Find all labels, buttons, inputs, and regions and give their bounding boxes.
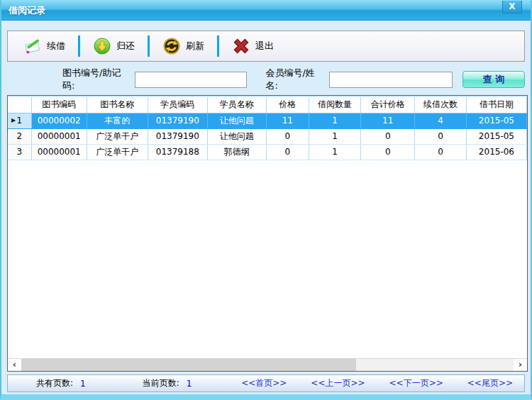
table-cell[interactable]: 11 xyxy=(266,113,309,128)
corner-cell xyxy=(8,96,31,113)
column-header[interactable]: 续借次数 xyxy=(415,96,467,113)
horizontal-scrollbar[interactable]: ‹ › xyxy=(8,358,527,371)
first-page-link[interactable]: <<首页>> xyxy=(241,377,287,389)
scrollbar-thumb[interactable] xyxy=(21,359,356,371)
current-page-label: 当前页数: xyxy=(143,377,179,389)
table-cell[interactable]: 广泛单干户 xyxy=(87,128,148,144)
records-grid: 图书编码图书名称学员编码学员名称价格借阅数量合计价格续借次数借书日期 ▶1000… xyxy=(8,96,527,358)
column-header[interactable]: 借阅数量 xyxy=(309,96,360,113)
table-cell[interactable]: 丰富的 xyxy=(87,113,148,128)
table-cell[interactable]: 2015-05 xyxy=(466,128,526,144)
column-header[interactable]: 借书日期 xyxy=(466,96,526,113)
last-page-link[interactable]: <<尾页>> xyxy=(467,377,513,389)
total-pages-label: 共有页数: xyxy=(36,377,73,389)
exit-button[interactable]: 退出 xyxy=(226,35,279,57)
book-search-label: 图书编号/助记码: xyxy=(62,67,131,92)
column-header[interactable]: 合计价格 xyxy=(361,96,415,113)
records-grid-panel: 图书编码图书名称学员编码学员名称价格借阅数量合计价格续借次数借书日期 ▶1000… xyxy=(7,95,528,372)
toolbar-separator xyxy=(148,35,150,57)
member-search-label: 会员编号/姓名: xyxy=(265,67,326,92)
table-cell[interactable]: 01379190 xyxy=(148,113,207,128)
table-row[interactable]: ▶100000002丰富的01379190让他问题1111142015-05 xyxy=(8,113,527,128)
table-row[interactable]: 300000001广泛单干户01379188郭德纲01002015-06 xyxy=(8,144,527,160)
row-selector[interactable]: 3 xyxy=(8,144,31,160)
table-cell[interactable]: 2015-05 xyxy=(466,113,526,128)
table-cell[interactable]: 00000001 xyxy=(31,144,87,160)
column-header[interactable]: 图书名称 xyxy=(87,96,148,113)
table-cell[interactable]: 00000001 xyxy=(31,128,87,144)
pager-links: <<首页>> <<上一页>> <<下一页>> <<尾页>> xyxy=(241,377,513,389)
table-cell[interactable]: 01379190 xyxy=(148,128,207,144)
scrollbar-track[interactable] xyxy=(356,359,514,371)
column-header[interactable]: 价格 xyxy=(266,96,309,113)
pagination-bar: 共有页数: 1 当前页数: 1 <<首页>> <<上一页>> <<下一页>> <… xyxy=(7,374,525,392)
refresh-label: 刷新 xyxy=(186,40,204,52)
close-button[interactable]: X xyxy=(502,1,522,13)
table-cell[interactable]: 0 xyxy=(361,128,415,144)
toolbar-separator xyxy=(78,35,80,57)
column-header[interactable]: 学员编码 xyxy=(148,96,207,113)
table-cell[interactable]: 0 xyxy=(415,144,467,160)
table-cell[interactable]: 01379188 xyxy=(148,144,207,160)
table-cell[interactable]: 4 xyxy=(415,113,467,128)
return-label: 归还 xyxy=(116,40,135,52)
table-header-row: 图书编码图书名称学员编码学员名称价格借阅数量合计价格续借次数借书日期 xyxy=(8,96,527,113)
refresh-button[interactable]: 刷新 xyxy=(157,35,210,57)
next-page-link[interactable]: <<下一页>> xyxy=(389,377,443,389)
window-title: 借阅记录 xyxy=(9,4,45,17)
search-row: 图书编号/助记码: 会员编号/姓名: 查 询 xyxy=(7,70,525,89)
renew-icon xyxy=(23,37,42,55)
table-cell[interactable]: 让他问题 xyxy=(207,128,266,144)
column-header[interactable]: 图书编码 xyxy=(31,96,87,113)
exit-icon xyxy=(232,37,250,55)
exit-label: 退出 xyxy=(255,40,274,52)
table-cell[interactable]: 0 xyxy=(266,144,309,160)
scroll-left-arrow[interactable]: ‹ xyxy=(8,359,21,371)
book-search-input[interactable] xyxy=(135,72,247,88)
table-cell[interactable]: 11 xyxy=(361,113,415,128)
table-cell[interactable]: 广泛单干户 xyxy=(87,144,148,160)
table-body: ▶100000002丰富的01379190让他问题1111142015-0520… xyxy=(8,113,527,160)
row-selector[interactable]: 2 xyxy=(8,128,31,144)
table-cell[interactable]: 00000002 xyxy=(31,113,87,128)
refresh-icon xyxy=(162,37,181,55)
table-cell[interactable]: 1 xyxy=(309,113,360,128)
current-page-value: 1 xyxy=(187,379,192,389)
return-icon xyxy=(93,37,111,55)
total-pages-value: 1 xyxy=(80,379,86,389)
window: 借阅记录 X 续借 xyxy=(0,0,532,400)
table-cell[interactable]: 让他问题 xyxy=(207,113,266,128)
row-selector[interactable]: ▶1 xyxy=(8,113,31,128)
renew-button[interactable]: 续借 xyxy=(18,35,71,57)
return-button[interactable]: 归还 xyxy=(87,35,140,57)
table-cell[interactable]: 0 xyxy=(415,128,467,144)
column-header[interactable]: 学员名称 xyxy=(207,96,266,113)
member-search-input[interactable] xyxy=(329,72,453,88)
table-row[interactable]: 200000001广泛单干户01379190让他问题01002015-05 xyxy=(8,128,527,144)
title-bar: 借阅记录 X xyxy=(1,1,531,21)
scroll-right-arrow[interactable]: › xyxy=(514,359,527,371)
table-cell[interactable]: 2015-06 xyxy=(466,144,526,160)
table-cell[interactable]: 1 xyxy=(309,144,360,160)
query-button[interactable]: 查 询 xyxy=(462,71,525,88)
toolbar-separator xyxy=(217,35,219,57)
toolbar: 续借 归还 刷新 xyxy=(7,30,525,62)
table-cell[interactable]: 0 xyxy=(361,144,415,160)
table-cell[interactable]: 郭德纲 xyxy=(207,144,266,160)
table-cell[interactable]: 1 xyxy=(309,128,360,144)
renew-label: 续借 xyxy=(47,40,65,52)
current-row-arrow-icon: ▶ xyxy=(11,117,16,123)
table-cell[interactable]: 0 xyxy=(266,128,309,144)
prev-page-link[interactable]: <<上一页>> xyxy=(311,377,365,389)
